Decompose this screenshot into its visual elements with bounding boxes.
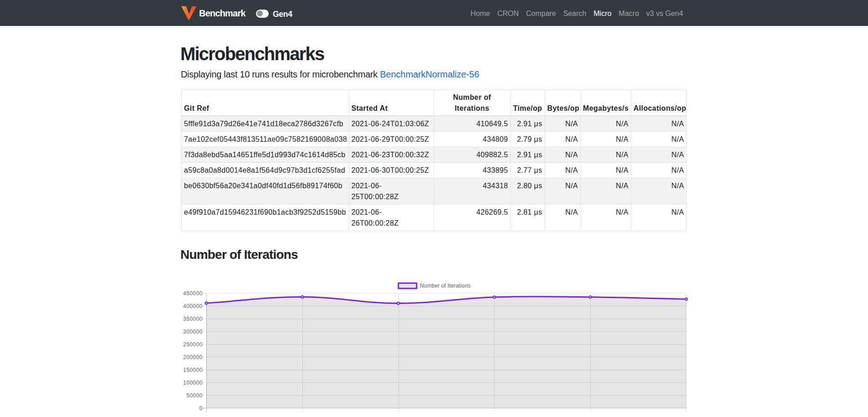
svg-text:450000: 450000 (183, 290, 202, 297)
svg-text:300000: 300000 (183, 329, 202, 335)
svg-text:100000: 100000 (183, 380, 202, 386)
svg-text:50000: 50000 (186, 392, 202, 399)
svg-text:400000: 400000 (183, 303, 202, 309)
svg-text:0: 0 (199, 405, 203, 412)
svg-text:200000: 200000 (183, 354, 202, 360)
svg-text:250000: 250000 (183, 341, 202, 348)
svg-text:150000: 150000 (183, 367, 202, 373)
svg-text:Number of Iterations: Number of Iterations (420, 283, 471, 289)
svg-text:350000: 350000 (183, 316, 202, 322)
